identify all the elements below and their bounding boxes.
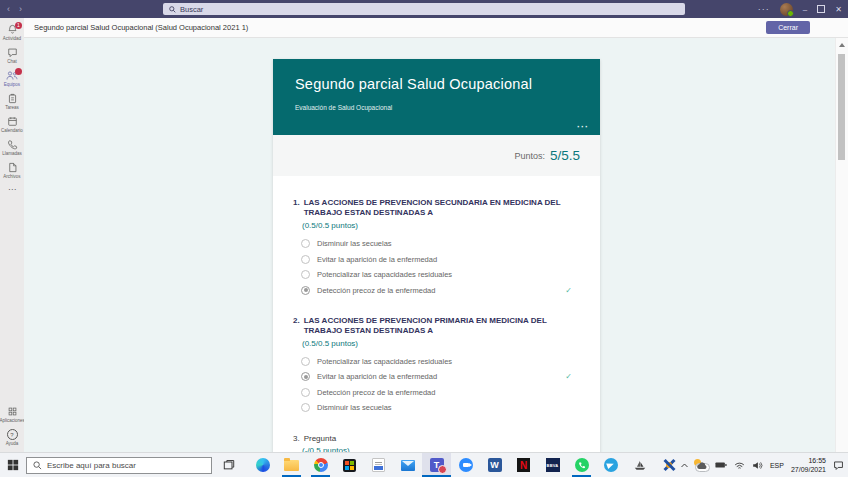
option[interactable]: Detección precoz de la enfermedad (293, 385, 574, 401)
zoom-icon (459, 458, 473, 472)
search-input[interactable]: Buscar (163, 3, 685, 15)
taskbar-app-telegram[interactable] (596, 453, 625, 477)
task-view-button[interactable] (216, 453, 242, 477)
radio-icon[interactable] (301, 403, 310, 412)
taskbar-app-whatsapp[interactable] (567, 453, 596, 477)
sidebar-more-button[interactable]: ⋯ (0, 182, 24, 197)
sidebar-item-llamadas[interactable]: Llamadas (0, 136, 24, 159)
taskbar-search-input[interactable]: Escribe aquí para buscar (26, 457, 212, 474)
sidebar-item-equipos[interactable]: Equipos (0, 67, 24, 90)
scrollbar-thumb[interactable] (838, 54, 845, 160)
language-indicator[interactable]: ESP (770, 462, 784, 469)
forward-button[interactable]: › (19, 4, 22, 14)
time: 16:55 (791, 456, 826, 465)
bbva-icon: BBVA (546, 458, 560, 472)
taskbar-app-word[interactable]: W (480, 453, 509, 477)
scroll-up-icon[interactable] (839, 43, 845, 47)
radio-icon[interactable] (301, 357, 310, 366)
help-icon: ? (7, 429, 18, 440)
teams-icon: T (430, 458, 444, 472)
cerrar-button[interactable]: Cerrar (766, 21, 810, 34)
taskbar-app-edge[interactable] (248, 453, 277, 477)
phone-icon (7, 139, 18, 150)
taskbar-app-ship-game[interactable] (625, 453, 654, 477)
question-number: 1. (293, 198, 300, 219)
files-icon (7, 162, 18, 173)
scrollbar[interactable] (835, 38, 848, 453)
sidebar-item-actividad[interactable]: 1 Actividad (0, 21, 24, 44)
option[interactable]: Potencializar las capacidades residuales (293, 354, 574, 370)
apps-grid-icon (7, 406, 18, 417)
titlebar-more-button[interactable]: ··· (758, 4, 770, 14)
close-button[interactable]: ✕ (835, 5, 842, 14)
titlebar: ‹ › Buscar ··· – ✕ (0, 0, 848, 18)
network-icon[interactable] (734, 461, 745, 470)
date: 27/09/2021 (791, 465, 826, 474)
radio-icon[interactable] (301, 286, 310, 295)
taskbar-app-chrome[interactable] (306, 453, 335, 477)
form-title: Segundo parcial Salud Ocupacional (295, 76, 578, 92)
form-header: Segundo parcial Salud Ocupacional Evalua… (273, 59, 600, 135)
battery-icon[interactable] (715, 461, 727, 469)
option[interactable]: Evitar la aparición de la enfermedad (293, 251, 574, 267)
sidebar-item-ayuda[interactable]: ? Ayuda (0, 426, 24, 449)
taskbar-app-bbva[interactable]: BBVA (538, 453, 567, 477)
points-strip: Puntos: 5/5.5 (273, 135, 600, 176)
taskbar-app-amazon[interactable] (364, 453, 393, 477)
start-button[interactable] (0, 453, 26, 477)
radio-icon[interactable] (301, 388, 310, 397)
action-center-icon[interactable] (833, 460, 844, 471)
taskbar-app-zoom[interactable] (451, 453, 480, 477)
option[interactable]: Disminuir las secuelas (293, 400, 574, 416)
taskbar-search-placeholder: Escribe aquí para buscar (47, 461, 136, 470)
sidebar-item-archivos[interactable]: Archivos (0, 159, 24, 182)
telegram-icon (604, 458, 618, 472)
chat-icon (7, 47, 18, 58)
search-icon (169, 6, 176, 13)
sidebar-item-calendario[interactable]: Calendario (0, 113, 24, 136)
minimize-button[interactable]: – (803, 5, 807, 14)
avatar[interactable] (780, 3, 793, 16)
taskbar: Escribe aquí para buscar T W N BBVA (0, 452, 848, 477)
option[interactable]: Disminuir las secuelas (293, 236, 574, 252)
whatsapp-icon (575, 458, 589, 472)
form-more-button[interactable]: ··· (577, 122, 589, 132)
option[interactable]: Potencializar las capacidades residuales (293, 267, 574, 283)
points-value: 5/5.5 (550, 148, 580, 163)
option-selected[interactable]: Detección precoz de la enfermedad ✓ (293, 282, 574, 298)
form-card: Segundo parcial Salud Ocupacional Evalua… (273, 59, 600, 453)
show-hidden-icons-chevron[interactable] (680, 461, 689, 470)
maximize-button[interactable] (817, 5, 825, 13)
taskbar-app-x-game[interactable] (654, 453, 683, 477)
radio-icon[interactable] (301, 255, 310, 264)
question-points: (0.5/0.5 puntos) (293, 339, 574, 348)
taskbar-app-teams[interactable]: T (422, 453, 451, 477)
radio-icon[interactable] (301, 239, 310, 248)
radio-icon[interactable] (301, 372, 310, 381)
onedrive-cloud-icon[interactable] (696, 461, 708, 470)
taskbar-app-mail[interactable] (393, 453, 422, 477)
taskbar-app-file-explorer[interactable] (277, 453, 306, 477)
question-3: 3. Pregunta (-/0.5 puntos) Opción 1 (293, 434, 574, 453)
question-2: 2. LAS ACCIONES DE PREVENCION PRIMARIA E… (293, 316, 574, 416)
speaker-icon[interactable] (752, 461, 763, 470)
netflix-icon: N (517, 458, 530, 472)
taskbar-app-netflix[interactable]: N (509, 453, 538, 477)
activity-badge: 1 (15, 22, 22, 29)
sidebar-item-tareas[interactable]: Tareas (0, 90, 24, 113)
sidebar-item-aplicaciones[interactable]: Aplicaciones (0, 403, 24, 426)
tab-title: Segundo parcial Salud Ocupacional (Salud… (34, 23, 248, 32)
tab-header: Segundo parcial Salud Ocupacional (Salud… (24, 18, 848, 38)
question-title: LAS ACCIONES DE PREVENCION PRIMARIA EN M… (304, 316, 574, 337)
option-selected[interactable]: Evitar la aparición de la enfermedad ✓ (293, 369, 574, 385)
windows-logo-icon (7, 459, 19, 471)
clock[interactable]: 16:55 27/09/2021 (791, 456, 826, 474)
mail-icon (401, 460, 415, 471)
radio-icon[interactable] (301, 270, 310, 279)
form-content-area: Segundo parcial Salud Ocupacional Evalua… (24, 38, 848, 453)
back-button[interactable]: ‹ (7, 4, 10, 14)
task-view-icon (223, 459, 235, 471)
sidebar-item-chat[interactable]: Chat (0, 44, 24, 67)
taskbar-app-store[interactable] (335, 453, 364, 477)
more-icon: ⋯ (8, 185, 16, 194)
